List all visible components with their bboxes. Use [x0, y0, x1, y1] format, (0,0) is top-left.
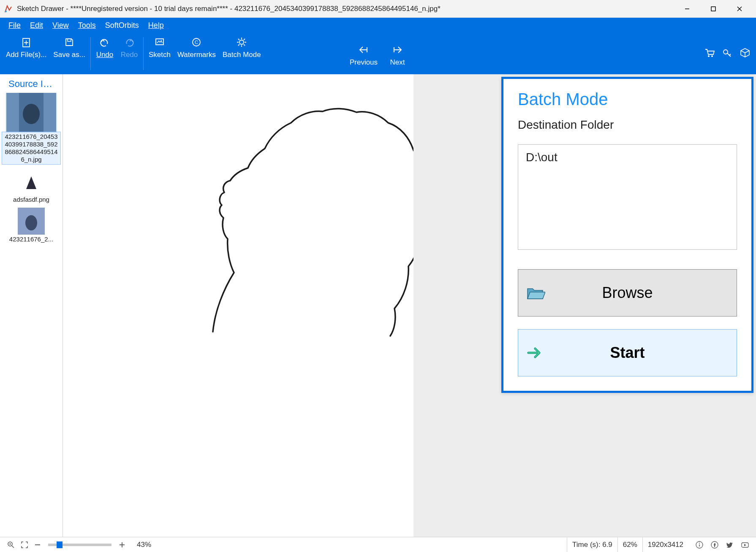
destination-folder-label: Destination Folder [518, 118, 737, 132]
browse-button-label: Browse [552, 284, 737, 302]
toolbar-separator [143, 37, 144, 70]
toolbar: Add File(s)... Save as... Undo Redo Sket… [0, 33, 756, 74]
panel-title: Batch Mode [518, 90, 737, 109]
zoom-out-icon[interactable] [31, 541, 44, 549]
destination-folder-input[interactable] [518, 144, 737, 250]
menu-help[interactable]: Help [144, 19, 168, 32]
thumbnail-item[interactable]: adsfasdf.png [2, 168, 61, 204]
title-bar: Sketch Drawer - ****Unregistered version… [0, 0, 756, 18]
save-icon [63, 35, 75, 50]
sketch-button[interactable]: Sketch [145, 33, 174, 59]
key-icon[interactable] [721, 47, 733, 60]
redo-button: Redo [117, 33, 141, 59]
svg-point-41 [699, 543, 700, 544]
svg-point-23 [708, 55, 710, 57]
canvas-paper [63, 74, 413, 537]
next-icon [392, 42, 403, 57]
folder-icon [518, 283, 552, 303]
undo-button[interactable]: Undo [92, 33, 117, 59]
thumbnail-filename: 423211676_2045340399178838_5928688245864… [2, 132, 61, 165]
svg-rect-8 [68, 39, 71, 41]
facebook-icon[interactable] [708, 541, 721, 549]
undo-icon [99, 35, 111, 50]
svg-line-17 [238, 39, 239, 40]
svg-line-33 [12, 546, 14, 548]
menu-file[interactable]: File [4, 19, 25, 32]
minimize-button[interactable] [674, 0, 700, 18]
watermarks-button[interactable]: C Watermarks [174, 33, 219, 59]
previous-button[interactable]: Previous [346, 41, 381, 67]
arrow-right-icon [518, 343, 552, 363]
menu-softorbits[interactable]: SoftOrbits [101, 19, 143, 32]
fit-screen-icon[interactable] [18, 541, 31, 549]
sidebar-title: Source Im... [0, 74, 63, 93]
status-percent: 62% [617, 537, 642, 552]
cart-icon[interactable] [704, 47, 715, 60]
thumbnail-image [18, 208, 45, 235]
svg-line-18 [244, 44, 245, 46]
window-title: Sketch Drawer - ****Unregistered version… [17, 5, 674, 13]
canvas-area[interactable]: Batch Mode Destination Folder Browse Sta… [63, 74, 756, 537]
start-button[interactable]: Start [518, 329, 737, 376]
info-icon[interactable] [693, 541, 706, 549]
save-as-button[interactable]: Save as... [50, 33, 89, 59]
add-file-icon [20, 35, 32, 50]
svg-line-20 [238, 44, 239, 46]
menu-bar: File Edit View Tools SoftOrbits Help [0, 18, 756, 33]
gear-icon [236, 35, 247, 50]
twitter-icon[interactable] [723, 541, 737, 549]
menu-tools[interactable]: Tools [74, 19, 100, 32]
menu-view[interactable]: View [48, 19, 73, 32]
watermarks-icon: C [190, 35, 202, 50]
youtube-icon[interactable] [738, 541, 752, 549]
status-time: Time (s): 6.9 [567, 537, 617, 552]
status-dimensions: 1920x3412 [642, 537, 688, 552]
thumbnail-filename: 423211676_2... [2, 235, 61, 244]
svg-point-31 [25, 215, 37, 230]
status-bar: 43% Time (s): 6.9 62% 1920x3412 [0, 537, 756, 552]
browse-button[interactable]: Browse [518, 269, 737, 317]
svg-line-19 [244, 39, 245, 40]
thumbnail-filename: adsfasdf.png [2, 195, 61, 204]
svg-point-24 [711, 55, 713, 57]
redo-icon [123, 35, 135, 50]
svg-point-28 [23, 104, 40, 124]
svg-rect-2 [711, 7, 715, 11]
zoom-tool-icon[interactable] [4, 541, 18, 549]
thumbnail-image [18, 168, 45, 195]
zoom-slider-thumb[interactable] [57, 541, 63, 548]
menu-edit[interactable]: Edit [26, 19, 47, 32]
batch-mode-panel: Batch Mode Destination Folder Browse Sta… [501, 77, 753, 393]
maximize-button[interactable] [700, 0, 726, 18]
source-images-sidebar: Source Im... 423211676_2045340399178838_… [0, 74, 63, 537]
svg-point-0 [5, 11, 7, 12]
thumbnail-item[interactable]: 423211676_2045340399178838_5928688245864… [2, 93, 61, 165]
sketch-icon [154, 35, 166, 50]
start-button-label: Start [552, 344, 737, 362]
box-icon[interactable] [739, 47, 751, 60]
batch-mode-button[interactable]: Batch Mode [219, 33, 264, 59]
zoom-slider[interactable] [48, 544, 111, 546]
sketch-image [63, 74, 413, 537]
add-files-button[interactable]: Add File(s)... [3, 33, 50, 59]
app-icon [3, 4, 14, 14]
zoom-in-icon[interactable] [116, 541, 128, 549]
svg-point-12 [239, 40, 244, 44]
close-button[interactable] [726, 0, 753, 18]
next-button[interactable]: Next [385, 41, 410, 67]
zoom-level: 43% [128, 541, 160, 549]
thumbnail-item[interactable]: 423211676_2... [2, 208, 61, 244]
thumbnail-image [6, 93, 56, 132]
toolbar-separator [90, 37, 91, 70]
svg-text:C: C [195, 40, 198, 45]
previous-icon [358, 42, 370, 57]
